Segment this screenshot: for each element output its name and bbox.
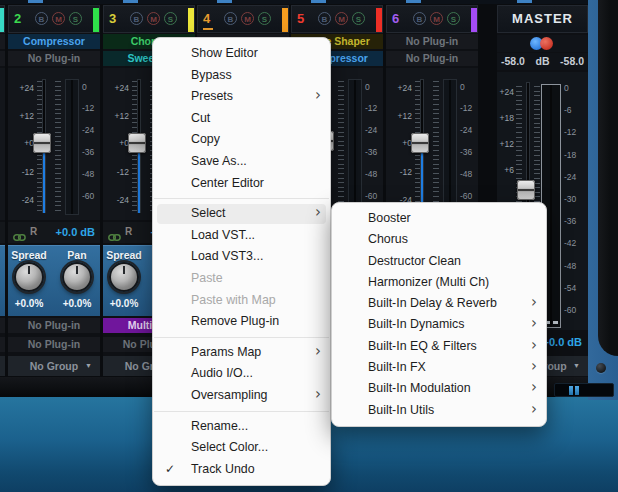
menu-item-presets[interactable]: Presets› — [153, 86, 330, 108]
menu-item-copy[interactable]: Copy — [153, 129, 330, 151]
submenu-item-harmonizer-multi-ch[interactable]: Harmonizer (Multi Ch) — [332, 272, 546, 293]
group-selector[interactable] — [0, 356, 5, 376]
mute-button[interactable]: M — [52, 12, 65, 25]
menu-item-label: Chorus — [368, 232, 408, 246]
menu-item-remove-plug-in[interactable]: Remove Plug-in — [153, 311, 330, 333]
solo-button[interactable]: S — [164, 12, 177, 25]
meter-scale-label: 0 — [365, 82, 370, 92]
meter-scale-label: 0 — [460, 82, 465, 92]
menu-item-label: Oversampling — [191, 388, 267, 402]
meter-scale-label: -60 — [365, 191, 377, 201]
mute-button[interactable]: M — [147, 12, 160, 25]
bypass-button[interactable]: B — [130, 12, 143, 25]
mute-button[interactable]: M — [335, 12, 348, 25]
bypass-button[interactable]: B — [413, 12, 426, 25]
solo-button[interactable]: S — [352, 12, 365, 25]
bypass-button[interactable]: B — [318, 12, 331, 25]
peak-readout: -58.0 dB -58.0 — [497, 53, 588, 70]
submenu-item-built-in-modulation[interactable]: Built-In Modulation› — [332, 378, 546, 399]
menu-item-audio-i-o[interactable]: Audio I/O... — [153, 363, 330, 385]
submenu-arrow-icon: › — [531, 399, 537, 420]
submenu-item-built-in-delay-reverb[interactable]: Built-In Delay & Reverb› — [332, 293, 546, 314]
menu-item-track-undo[interactable]: Track Undo✓ — [153, 459, 330, 481]
channel-number: 5 — [297, 11, 304, 26]
horizontal-scrollbar[interactable] — [554, 383, 614, 397]
submenu-item-built-in-fx[interactable]: Built-In FX› — [332, 357, 546, 378]
menu-item-label: Cut — [191, 111, 210, 125]
channel-number: 4 — [203, 11, 210, 26]
plugin-slot-4[interactable]: No Plug-in — [8, 337, 100, 352]
link-r-label[interactable]: R — [125, 226, 132, 237]
stereo-right-circle-icon — [540, 37, 553, 50]
link-icon[interactable] — [108, 228, 121, 246]
scrollbar-thumb[interactable] — [569, 386, 573, 395]
link-icon[interactable] — [13, 228, 26, 246]
channel-color-bar — [93, 8, 99, 32]
solo-button[interactable]: S — [69, 12, 82, 25]
menu-item-label: Copy — [191, 132, 220, 146]
solo-button[interactable]: S — [447, 12, 460, 25]
fader-ticks — [55, 81, 61, 211]
submenu-item-destructor-clean[interactable]: Destructor Clean — [332, 251, 546, 272]
top-tab-sliver — [217, 0, 232, 3]
menu-item-select-color[interactable]: Select Color... — [153, 437, 330, 459]
submenu-item-built-in-utils[interactable]: Built-In Utils› — [332, 400, 546, 421]
master-fader-cap[interactable] — [517, 180, 535, 200]
gain-readout: +0.0 dB — [56, 226, 95, 238]
menu-item-cut[interactable]: Cut — [153, 108, 330, 130]
select-submenu: BoosterChorusDestructor CleanHarmonizer … — [331, 202, 547, 427]
meter-scale-label: -60 — [564, 305, 576, 315]
menu-item-center-editor[interactable]: Center Editor — [153, 173, 330, 195]
submenu-item-built-in-dynamics[interactable]: Built-In Dynamics› — [332, 314, 546, 335]
menu-item-load-vst[interactable]: Load VST... — [153, 225, 330, 247]
mute-button[interactable]: M — [241, 12, 254, 25]
menu-item-load-vst3[interactable]: Load VST3... — [153, 246, 330, 268]
channel-header — [0, 5, 5, 33]
mute-button[interactable]: M — [430, 12, 443, 25]
menu-item-show-editor[interactable]: Show Editor — [153, 43, 330, 65]
plugin-slot-1[interactable]: Compressor — [8, 34, 100, 49]
spread-knob[interactable] — [14, 262, 44, 292]
link-r-label[interactable]: R — [30, 226, 37, 237]
plugin-slot-2[interactable]: No Plug-in — [386, 51, 478, 66]
plugin-slot-3[interactable]: No Plug-in — [8, 318, 100, 333]
plugin-slot-2[interactable]: No Plug-in — [8, 51, 100, 66]
bypass-button[interactable]: B — [35, 12, 48, 25]
meter-scale-label: -48 — [460, 169, 472, 179]
channel-color-bar — [376, 8, 382, 32]
plugin-slot-1[interactable]: No Plug-in — [386, 34, 478, 49]
submenu-item-built-in-eq-filters[interactable]: Built-In EQ & Filters› — [332, 336, 546, 357]
top-edge-bar — [0, 0, 588, 4]
bypass-button[interactable]: B — [224, 12, 237, 25]
scrollbar-thumb[interactable] — [575, 386, 579, 395]
menu-item-label: Paste with Map — [191, 293, 276, 307]
fader-cap[interactable] — [33, 133, 51, 153]
group-selector[interactable]: No Group▼ — [8, 356, 100, 376]
pan-knob[interactable] — [62, 262, 92, 292]
menu-item-params-map[interactable]: Params Map› — [153, 342, 330, 364]
submenu-item-chorus[interactable]: Chorus — [332, 229, 546, 250]
fader-cap[interactable] — [411, 133, 429, 153]
meter-scale-label: -48 — [365, 169, 377, 179]
menu-item-label: Bypass — [191, 68, 232, 82]
submenu-item-booster[interactable]: Booster — [332, 208, 546, 229]
context-menu: Show EditorBypassPresets›CutCopySave As.… — [152, 37, 331, 486]
channel-header: 2BMS — [8, 5, 100, 33]
meter-scale-label: -36 — [365, 147, 377, 157]
menu-item-rename[interactable]: Rename... — [153, 416, 330, 438]
chevron-down-icon: ▼ — [85, 356, 92, 376]
meter-scale-label: -12 — [564, 127, 576, 137]
solo-button[interactable]: S — [258, 12, 271, 25]
submenu-arrow-icon: › — [531, 335, 537, 356]
frame-wing — [598, 0, 618, 356]
meter-scale-label: -6 — [564, 105, 572, 115]
menu-item-save-as[interactable]: Save As... — [153, 151, 330, 173]
spread-knob[interactable] — [109, 262, 139, 292]
menu-item-oversampling[interactable]: Oversampling› — [153, 385, 330, 407]
menu-item-label: Built-In Dynamics — [368, 317, 464, 331]
fader-scale-label: +6 — [497, 165, 514, 175]
menu-item-bypass[interactable]: Bypass — [153, 65, 330, 87]
menu-item-label: Built-In EQ & Filters — [368, 339, 477, 353]
menu-item-select[interactable]: Select› — [153, 203, 330, 225]
fader-cap[interactable] — [128, 133, 146, 153]
